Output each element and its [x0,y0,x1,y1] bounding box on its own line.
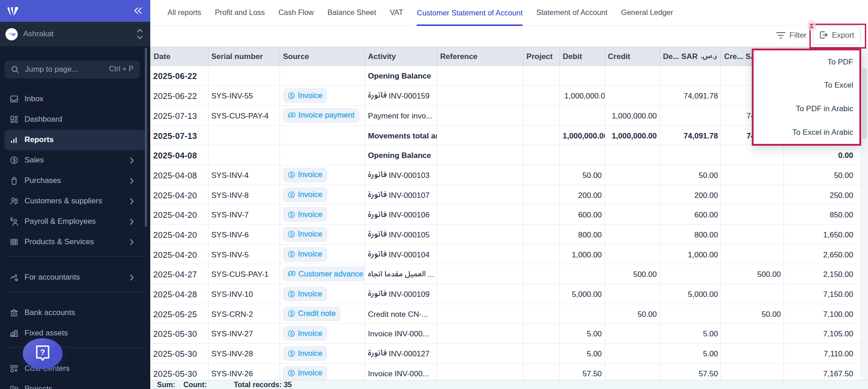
svg-text:W: W [11,32,15,37]
svg-text:?: ? [40,348,45,357]
